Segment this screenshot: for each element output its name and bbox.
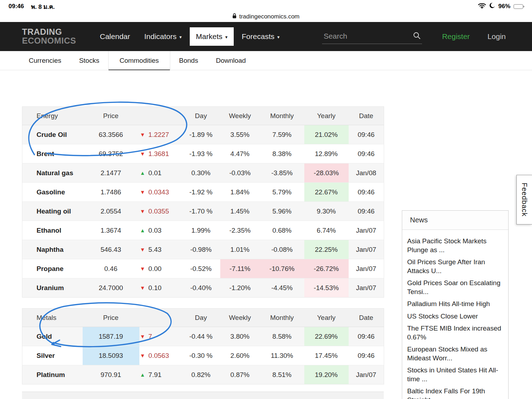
weekly-change-cell: 0.87%: [220, 365, 260, 384]
yearly-change-cell: -14.53%: [304, 278, 349, 298]
news-item-link[interactable]: Palladium Hits All-time High: [407, 299, 503, 308]
date-cell: Jan/07: [349, 278, 384, 298]
commodity-row: Brent 69.3752 ▼1.3681 -1.93 % 4.47% 8.38…: [22, 144, 384, 164]
column-header-date: Date: [349, 309, 384, 327]
trading-economics-logo[interactable]: TRADING ECONOMICS: [22, 28, 76, 45]
change-value: 5.43: [148, 246, 161, 253]
monthly-change-cell: 8.38%: [260, 144, 304, 164]
commodity-row: Ethanol 1.3674 ▲0.03 1.99% -2.35% 0.68% …: [22, 221, 384, 240]
yearly-change-cell: 9.30%: [304, 202, 349, 221]
change-direction-icon: ▲: [140, 170, 145, 176]
commodity-name-link[interactable]: Ethanol: [22, 221, 83, 240]
change-value: 0.10: [148, 284, 161, 292]
date-cell: 09:46: [349, 327, 384, 346]
day-change-cell: -0.44 %: [182, 327, 220, 346]
subnav-item-commodities[interactable]: Commodities: [108, 51, 170, 70]
subnav-item-currencies[interactable]: Currencies: [20, 51, 70, 70]
browser-url-bar[interactable]: tradingeconomics.com: [0, 11, 532, 22]
news-item-link[interactable]: The FTSE MIB Index increased 0.67%: [407, 324, 503, 342]
chevron-down-icon: ▾: [179, 34, 182, 40]
battery-percent: 96%: [498, 3, 510, 10]
change-direction-icon: ▼: [140, 189, 145, 195]
weekly-change-cell: -1.20%: [220, 278, 260, 298]
do-not-disturb-moon-icon: [489, 2, 495, 10]
news-item-link[interactable]: Asia Pacific Stock Markets Plunge as ...: [407, 237, 503, 254]
news-item-link[interactable]: Baltic Index Falls For 19th Straight ...: [407, 387, 503, 399]
monthly-change-cell: -4.45%: [260, 278, 304, 298]
nav-item-forecasts[interactable]: Forecasts ▾: [236, 27, 286, 46]
search-icon[interactable]: [413, 32, 421, 41]
commodity-name-link[interactable]: Gold: [22, 327, 83, 346]
commodities-tables: Energy Price Day Weekly Monthly Yearly D…: [22, 106, 384, 384]
news-item-link[interactable]: Oil Prices Surge After Iran Attacks U...: [407, 257, 503, 275]
subnav-item-stocks[interactable]: Stocks: [70, 51, 108, 70]
yearly-change-cell: 22.67%: [304, 183, 349, 202]
monthly-change-cell: -10.76%: [260, 259, 304, 278]
commodity-name-link[interactable]: Platinum: [22, 365, 83, 384]
commodity-name-link[interactable]: Propane: [22, 259, 83, 278]
commodity-row: Crude Oil 63.3566 ▼1.2227 -1.89 % 3.55% …: [22, 125, 384, 144]
login-link[interactable]: Login: [488, 32, 506, 41]
subnav-item-bonds[interactable]: Bonds: [170, 51, 207, 70]
commodity-name-link[interactable]: Naphtha: [22, 240, 83, 259]
yearly-change-cell: 21.02%: [304, 125, 349, 144]
weekly-change-cell: -0.03%: [220, 164, 260, 183]
day-change-cell: -0.40%: [182, 278, 220, 298]
news-item-link[interactable]: Gold Prices Soar on Escalating Tensi...: [407, 278, 503, 296]
register-link[interactable]: Register: [442, 32, 470, 41]
nav-item-markets[interactable]: Markets ▾: [190, 27, 233, 46]
weekly-change-cell: 4.47%: [220, 144, 260, 164]
commodity-name-link[interactable]: Heating oil: [22, 202, 83, 221]
yearly-change-cell: 12.89%: [304, 144, 349, 164]
monthly-change-cell: 8.58%: [260, 327, 304, 346]
yearly-change-cell: -28.03%: [304, 164, 349, 183]
change-cell: ▼0.0343: [139, 183, 182, 202]
nav-item-calendar[interactable]: Calendar: [94, 27, 136, 46]
commodity-row: Heating oil 2.0554 ▼0.0355 -1.70 % 1.45%…: [22, 202, 384, 221]
energy-header-row: Energy Price Day Weekly Monthly Yearly D…: [22, 107, 384, 125]
subnav-item-download[interactable]: Download: [207, 51, 255, 70]
column-header-yearly: Yearly: [304, 309, 349, 327]
price-cell: 18.5093: [83, 346, 139, 365]
date-cell: 09:46: [349, 346, 384, 365]
monthly-change-cell: -0.08%: [260, 240, 304, 259]
weekly-change-cell: 3.80%: [220, 327, 260, 346]
column-header-energy: Energy: [22, 107, 83, 125]
news-item-link[interactable]: Stocks in United States Hit All-time ...: [407, 366, 503, 383]
yearly-change-cell: 17.45%: [304, 346, 349, 365]
commodity-row: Natural gas 2.1477 ▲0.01 0.30% -0.03% -3…: [22, 164, 384, 183]
logo-line-1: TRADING: [22, 28, 76, 37]
weekly-change-cell: 1.84%: [220, 183, 260, 202]
search-input[interactable]: [323, 32, 413, 40]
nav-item-indicators[interactable]: Indicators ▾: [138, 27, 188, 46]
news-item-link[interactable]: European Stocks Mixed as Mideast Worr...: [407, 345, 503, 362]
weekly-change-cell: 1.45%: [220, 202, 260, 221]
column-header-change: [139, 309, 182, 327]
change-cell: ▼1.2227: [139, 125, 182, 144]
search-box: [322, 29, 422, 44]
column-header-monthly: Monthly: [260, 309, 304, 327]
chevron-down-icon: ▾: [277, 34, 280, 40]
feedback-tab[interactable]: Feedback: [516, 175, 532, 225]
weekly-change-cell: -7.11%: [220, 259, 260, 278]
change-value: 0.0355: [148, 207, 169, 215]
news-item-link[interactable]: US Stocks Close Lower: [407, 312, 503, 321]
price-cell: 970.91: [83, 365, 139, 384]
column-header-change: [139, 107, 182, 125]
commodity-name-link[interactable]: Uranium: [22, 278, 83, 298]
ios-status-bar: 09:46 พ. 8 ม.ค. 96%: [0, 0, 532, 11]
battery-icon: [514, 4, 524, 9]
column-header-weekly: Weekly: [220, 309, 260, 327]
commodity-name-link[interactable]: Gasoline: [22, 183, 83, 202]
commodity-name-link[interactable]: Crude Oil: [22, 125, 83, 144]
url-text: tradingeconomics.com: [239, 13, 299, 20]
date-cell: Jan/07: [349, 259, 384, 278]
commodity-name-link[interactable]: Natural gas: [22, 164, 83, 183]
commodity-name-link[interactable]: Silver: [22, 346, 83, 365]
change-cell: ▲0.01: [139, 164, 182, 183]
commodity-name-link[interactable]: Brent: [22, 144, 83, 164]
date-cell: Jan/07: [349, 221, 384, 240]
wifi-icon: [478, 3, 486, 10]
price-cell: 546.43: [83, 240, 139, 259]
change-cell: ▼7: [139, 327, 182, 346]
